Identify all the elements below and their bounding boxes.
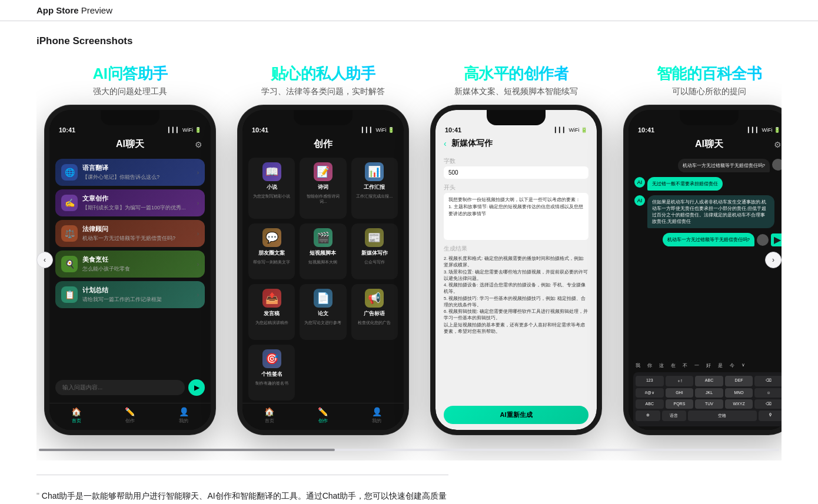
word-count-label: 字数 (444, 157, 588, 165)
phone4-status-icons: ▎▎▎ WiFi 🔋 (748, 127, 780, 133)
novel-icon: 📖 (262, 162, 281, 181)
nav-item-profile[interactable]: 👤 我的 (179, 407, 189, 424)
key-emoji[interactable]: ☺ (754, 388, 782, 398)
key-delete[interactable]: ⌫ (754, 376, 782, 386)
quick-reply-item[interactable]: 在 (669, 361, 678, 370)
nav-item-create[interactable]: ✏️ 创作 (125, 407, 135, 424)
key-ghi[interactable]: GHI (666, 388, 694, 398)
quick-reply-item[interactable]: 是 (716, 361, 725, 370)
phone4-notch (680, 110, 739, 125)
list-item[interactable]: 🍳 美食烹饪 怎么能小孩子吃零食 › (55, 251, 205, 278)
quick-reply-item[interactable]: 不 (680, 361, 690, 370)
nav-item-home2[interactable]: 🏠 首页 (264, 407, 274, 424)
keyboard-row-4: ⊕ 语音 空格 🎙 (636, 410, 782, 421)
key-tuv[interactable]: TUV (695, 399, 723, 409)
phone4-screen: 10:41 ▎▎▎ WiFi 🔋 AI聊天 ⚙ 机动车一方无过错额等于无赔偿责任… (629, 110, 782, 430)
chat-item-title: 语言翻译 (82, 163, 192, 172)
quick-reply-item[interactable]: 我 (633, 361, 643, 370)
phone1-send-button[interactable]: ▶ (188, 379, 205, 396)
key-globe[interactable]: ⊕ (636, 410, 660, 421)
phone1-notch (101, 110, 159, 125)
phone2-mockup: 10:41 ▎▎▎ WiFi 🔋 创作 📖 小说 (238, 105, 408, 435)
phone1-gear-icon[interactable]: ⚙ (195, 140, 202, 149)
creation-item-speech[interactable]: 📤 发言稿 为您起稿演讲稿件 (248, 284, 295, 340)
key-jkl[interactable]: JKL (695, 388, 723, 398)
quick-reply-item[interactable]: 今 (727, 361, 737, 370)
profile-icon: 👤 (179, 407, 189, 416)
chevron-right-icon: › (197, 231, 199, 237)
creation-item-wechat[interactable]: 💬 朋友圈文案 帮你写一则精美文字 (248, 223, 295, 279)
phone1-app-header: AI聊天 ⚙ (49, 136, 211, 155)
key-hash[interactable]: #@∨ (636, 388, 664, 398)
create-icon: ✏️ (125, 407, 135, 416)
phone4-mockup: 10:41 ▎▎▎ WiFi 🔋 AI聊天 ⚙ 机动车一方无过错额等于无赔偿责任… (624, 105, 782, 435)
phone4-app-title: AI聊天 (695, 138, 723, 151)
creation-item-ad[interactable]: 📢 广告标语 检查优化您的广告 (351, 284, 398, 340)
creation-item-report[interactable]: 📊 工作汇报 工作汇报完成出报... (351, 158, 398, 219)
quick-reply-item[interactable]: 这 (657, 361, 666, 370)
phone4-input-area: 我 你 这 在 不 一 好 是 今 ∨ (629, 359, 782, 430)
report-icon: 📊 (365, 162, 384, 181)
list-item[interactable]: 🌐 语言翻译 【课外心笔记】你能告诉么这么? › (55, 159, 205, 186)
phone1-mockup: 10:41 ▎▎▎ WiFi 🔋 AI聊天 ⚙ (45, 105, 215, 435)
key-123[interactable]: 123 (636, 376, 664, 386)
key-mno[interactable]: MNO (725, 388, 753, 398)
key-voice[interactable]: 语音 (662, 410, 687, 421)
scroll-thumb[interactable] (39, 449, 335, 451)
key-wxyz[interactable]: WXYZ (725, 399, 753, 409)
keyboard-row-3: ABC PQRS TUV WXYZ ⌫ (636, 399, 782, 409)
key-caps[interactable]: ABC (636, 399, 664, 409)
description-text: " Chat助手是一款能够帮助用户进行智能聊天、AI创作和智能翻译的工具。通过C… (36, 489, 448, 504)
key-mic[interactable]: 🎙 (759, 410, 782, 421)
send-icon[interactable]: ▶ (771, 233, 782, 246)
generate-button[interactable]: AI重新生成 (444, 406, 588, 424)
back-arrow-icon[interactable]: ‹ (444, 139, 447, 148)
phone-card-3: 高水平的创作者 新媒体文案、短视频脚本智能续写 10:41 ▎▎▎ WiFi 🔋… (425, 65, 607, 435)
message-row-user2: 机动车一方无过错额等于无赔偿责任吗? ▶ (634, 233, 782, 246)
scroll-right-arrow[interactable]: › (765, 252, 782, 268)
creation-item-novel[interactable]: 📖 小说 为您定制写精彩小说 (248, 158, 295, 219)
creation-item-thesis[interactable]: 📄 论文 为您写论文进行参考 (300, 284, 346, 340)
key-delete2[interactable]: ⌫ (754, 399, 782, 409)
expand-icon[interactable]: ∨ (739, 361, 747, 370)
phone2-app-title: 创作 (314, 138, 332, 151)
quick-reply-item[interactable]: 你 (645, 361, 654, 370)
scroll-left-arrow[interactable]: ‹ (36, 252, 53, 268)
nav-item-profile2[interactable]: 👤 我的 (372, 407, 382, 424)
key-symbol[interactable]: ＋! (666, 376, 694, 386)
phone1-time: 10:41 (59, 126, 75, 133)
speech-icon: 📤 (262, 289, 281, 308)
intro-textarea[interactable]: 我想要制作一份短视频拍摄大纲，以下是一些可以考虑的要素：1. 主题和故事情节: … (444, 193, 588, 240)
key-abc[interactable]: ABC (695, 376, 723, 386)
quick-reply-row: 我 你 这 在 不 一 好 是 今 ∨ (633, 361, 782, 370)
law-icon: ⚖️ (61, 225, 78, 242)
user-avatar-2 (757, 234, 769, 246)
list-item[interactable]: 📋 计划总结 请给我写一篇工作的工作记录框架 › (55, 281, 205, 308)
chat-item-subtitle: 【课外心笔记】你能告诉么这么? (82, 173, 192, 181)
chat-item-title: 文章创作 (82, 194, 192, 203)
list-item[interactable]: ⚖️ 法律顾问 机动车一方无过错额等于无赔偿责任吗? › (55, 220, 205, 247)
word-count-input[interactable]: 500 (444, 166, 588, 179)
phone2-title: 贴心的私人助手 (271, 65, 376, 83)
creation-item-signature[interactable]: 🎯 个性签名 制作有趣的签名书 (248, 345, 295, 400)
quick-reply-item[interactable]: 好 (704, 361, 713, 370)
creation-item-poem[interactable]: 📝 诗词 智能创作感悟诗词词... (300, 158, 346, 219)
home-icon: 🏠 (264, 407, 274, 416)
phone4-chat-messages: 机动车一方无过错额等于无赔偿责任吗? AI 无过错一般不需要承担赔偿责任 AI … (629, 155, 782, 359)
nav-item-home[interactable]: 🏠 首页 (71, 407, 81, 424)
creation-item-media[interactable]: 📰 新媒体写作 公众号写作 (351, 223, 398, 279)
nav-item-create2[interactable]: ✏️ 创作 (318, 407, 328, 424)
phone1-chat-input[interactable]: 输入问题内容... (55, 380, 185, 395)
phone2-notch (294, 110, 353, 125)
phone4-gear-icon[interactable]: ⚙ (774, 140, 782, 149)
chevron-right-icon: › (197, 261, 199, 268)
list-item[interactable]: ✍️ 文章创作 【期刊成长文章】为编写一篇100字的优秀... › (55, 189, 205, 216)
key-space[interactable]: 空格 (688, 410, 757, 421)
key-pqrs[interactable]: PQRS (666, 399, 694, 409)
phone-card-4: 智能的百科全书 可以随心所欲的提问 10:41 ▎▎▎ WiFi 🔋 AI聊天 (618, 65, 782, 435)
quick-reply-item[interactable]: 一 (692, 361, 701, 370)
phone3-screen: 10:41 ▎▎▎ WiFi 🔋 ‹ 新媒体写作 字数 500 (435, 110, 597, 430)
phone2-app-header: 创作 (242, 136, 404, 155)
creation-item-video[interactable]: 🎬 短视频脚本 短视频脚本大纲 (300, 223, 346, 279)
key-def[interactable]: DEF (725, 376, 753, 386)
